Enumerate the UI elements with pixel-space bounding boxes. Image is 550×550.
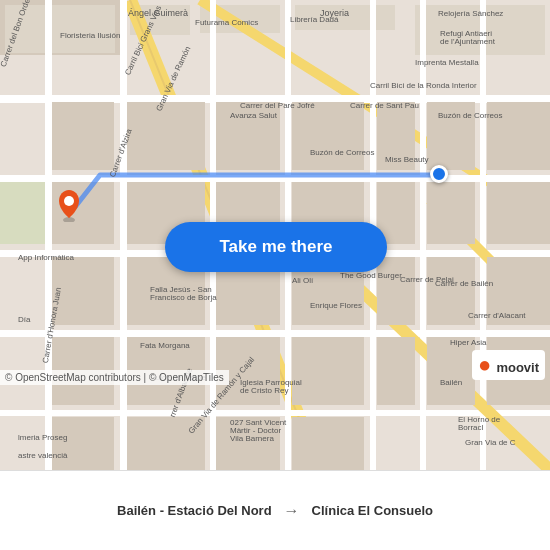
svg-text:Buzón de Correos: Buzón de Correos xyxy=(438,111,502,120)
svg-rect-42 xyxy=(377,257,415,325)
svg-text:Fata Morgana: Fata Morgana xyxy=(140,341,190,350)
svg-text:Enrique Flores: Enrique Flores xyxy=(310,301,362,310)
svg-rect-20 xyxy=(420,0,426,470)
svg-text:Carrer d'Alacant: Carrer d'Alacant xyxy=(468,311,526,320)
svg-text:Librería Dadá: Librería Dadá xyxy=(290,15,339,24)
svg-rect-24 xyxy=(52,102,114,170)
svg-text:Vila Barnera: Vila Barnera xyxy=(230,434,274,443)
svg-text:Francisco de Borja: Francisco de Borja xyxy=(150,293,217,302)
svg-text:lmeria Proseg: lmeria Proseg xyxy=(18,433,67,442)
route-from: Bailén - Estació Del Nord xyxy=(117,503,272,518)
route-arrow: → xyxy=(284,502,300,520)
svg-text:Imprenta Mestalla: Imprenta Mestalla xyxy=(415,58,479,67)
destination-pin xyxy=(430,165,448,183)
svg-rect-52 xyxy=(52,417,114,470)
svg-text:Buzón de Correos: Buzón de Correos xyxy=(310,148,374,157)
svg-rect-15 xyxy=(45,0,52,470)
svg-rect-13 xyxy=(0,330,550,337)
map-attribution: © OpenStreetMap contributors | © OpenMap… xyxy=(0,370,229,385)
origin-pin xyxy=(55,188,83,226)
svg-text:The Good Burger: The Good Burger xyxy=(340,271,402,280)
svg-text:Floristeria Ilusión: Floristeria Ilusión xyxy=(60,31,120,40)
svg-text:Día: Día xyxy=(18,315,31,324)
svg-text:de l'Ajuntament: de l'Ajuntament xyxy=(440,37,496,46)
svg-text:Carril Bici de la Ronda Interi: Carril Bici de la Ronda Interior xyxy=(370,81,477,90)
svg-text:de Cristo Rey: de Cristo Rey xyxy=(240,386,288,395)
moovit-logo: ● moovit xyxy=(472,350,545,380)
svg-text:Relojería Sánchez: Relojería Sánchez xyxy=(438,9,503,18)
svg-rect-49 xyxy=(377,337,415,405)
svg-rect-56 xyxy=(0,182,45,244)
svg-text:Futurama Comics: Futurama Comics xyxy=(195,18,258,27)
svg-rect-37 xyxy=(487,182,550,244)
svg-text:Ali Olí: Ali Olí xyxy=(292,276,314,285)
svg-text:Hiper Asia: Hiper Asia xyxy=(450,338,487,347)
bottom-bar: Bailén - Estació Del Nord → Clínica El C… xyxy=(0,470,550,550)
svg-rect-27 xyxy=(292,102,364,170)
svg-rect-50 xyxy=(427,337,475,405)
svg-text:Gran Via de C: Gran Via de C xyxy=(465,438,516,447)
svg-rect-36 xyxy=(427,182,475,244)
svg-text:Carrer de Bailén: Carrer de Bailén xyxy=(435,279,493,288)
take-me-there-button[interactable]: Take me there xyxy=(165,222,387,272)
svg-rect-48 xyxy=(292,337,364,405)
svg-text:Carrer del Pare Jofré: Carrer del Pare Jofré xyxy=(240,101,315,110)
svg-text:App Informàtica: App Informàtica xyxy=(18,253,75,262)
svg-rect-25 xyxy=(127,102,205,170)
route-to: Clínica El Consuelo xyxy=(312,503,433,518)
svg-text:astre valencià: astre valencià xyxy=(18,451,68,460)
svg-rect-55 xyxy=(292,417,364,470)
svg-point-106 xyxy=(64,196,74,206)
svg-text:Bailén: Bailén xyxy=(440,378,462,387)
svg-text:Miss Beauty: Miss Beauty xyxy=(385,155,429,164)
svg-text:Avanza Salut: Avanza Salut xyxy=(230,111,278,120)
svg-text:Carrer de Sant Pau: Carrer de Sant Pau xyxy=(350,101,419,110)
map-container: Ángel Guimerà Joyeria Carrer del Bon Ord… xyxy=(0,0,550,470)
svg-text:Borracl: Borracl xyxy=(458,423,484,432)
